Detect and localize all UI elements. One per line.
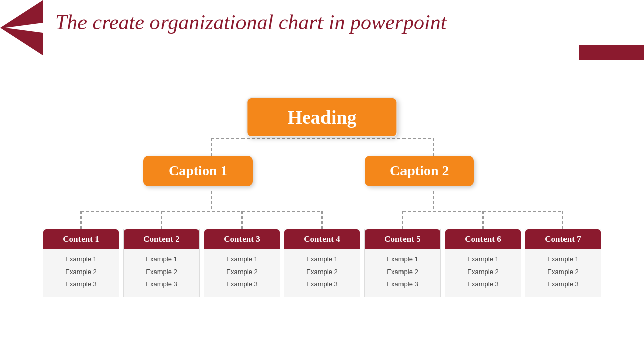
content5-card: Content 5 Example 1 Example 2 Example 3 <box>364 229 441 297</box>
heading-label: Heading <box>287 107 356 128</box>
content6-ex2: Example 2 <box>450 266 516 279</box>
content5-label: Content 5 <box>384 234 420 244</box>
content4-ex2: Example 2 <box>289 266 355 279</box>
right-bar-decoration <box>579 45 644 60</box>
content6-label: Content 6 <box>465 234 501 244</box>
content1-label: Content 1 <box>63 234 99 244</box>
page-title-area: The create organizational chart in power… <box>55 10 639 34</box>
content7-card: Content 7 Example 1 Example 2 Example 3 <box>525 229 601 297</box>
content1-ex2: Example 2 <box>48 266 114 279</box>
content7-ex3: Example 3 <box>530 278 596 291</box>
content3-label: Content 3 <box>224 234 260 244</box>
content6-ex1: Example 1 <box>450 253 516 266</box>
caption2-label: Caption 2 <box>390 163 449 178</box>
page-title: The create organizational chart in power… <box>55 10 639 34</box>
content4-ex3: Example 3 <box>289 278 355 291</box>
content7-ex2: Example 2 <box>530 266 596 279</box>
content5-ex2: Example 2 <box>370 266 435 279</box>
caption1-label: Caption 1 <box>169 163 227 178</box>
content3-ex3: Example 3 <box>209 278 275 291</box>
content2-card: Content 2 Example 1 Example 2 Example 3 <box>123 229 200 297</box>
svg-marker-0 <box>0 0 43 55</box>
content7-label: Content 7 <box>545 234 581 244</box>
content5-ex1: Example 1 <box>370 253 435 266</box>
content4-card: Content 4 Example 1 Example 2 Example 3 <box>284 229 360 297</box>
content1-ex3: Example 3 <box>48 278 114 291</box>
content1-ex1: Example 1 <box>48 253 114 266</box>
content4-ex1: Example 1 <box>289 253 355 266</box>
caption2-node: Caption 2 <box>365 156 474 186</box>
heading-node: Heading <box>246 97 397 137</box>
content2-label: Content 2 <box>143 234 179 244</box>
content3-card: Content 3 Example 1 Example 2 Example 3 <box>204 229 280 297</box>
content6-ex3: Example 3 <box>450 278 516 291</box>
content4-label: Content 4 <box>304 234 340 244</box>
caption1-node: Caption 1 <box>143 156 253 186</box>
content7-ex1: Example 1 <box>530 253 596 266</box>
content2-ex3: Example 3 <box>129 278 194 291</box>
content2-ex1: Example 1 <box>129 253 194 266</box>
left-arrow-decoration <box>0 0 45 55</box>
content5-ex3: Example 3 <box>370 278 435 291</box>
content6-card: Content 6 Example 1 Example 2 Example 3 <box>445 229 521 297</box>
content3-ex2: Example 2 <box>209 266 275 279</box>
content3-ex1: Example 1 <box>209 253 275 266</box>
content1-card: Content 1 Example 1 Example 2 Example 3 <box>43 229 119 297</box>
content2-ex2: Example 2 <box>129 266 194 279</box>
